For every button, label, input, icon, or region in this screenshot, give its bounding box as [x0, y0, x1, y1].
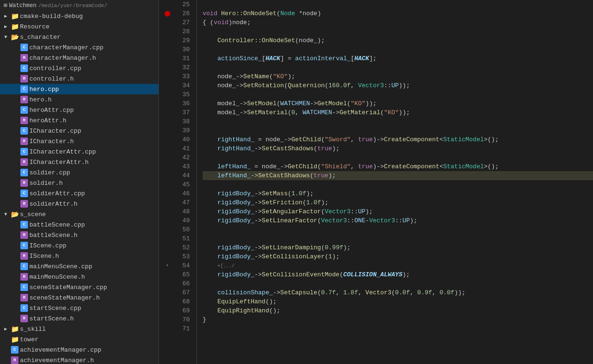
code-line: }	[203, 315, 593, 324]
tree-item-startScene-cpp[interactable]: C startScene.cpp	[0, 303, 158, 313]
tree-item-soldierAttr-cpp[interactable]: C soldierAttr.cpp	[0, 188, 158, 199]
file-icon-h: H	[20, 315, 28, 322]
folder-icon: 📂	[11, 33, 19, 41]
tree-item-soldier-cpp[interactable]: C soldier.cpp	[0, 167, 158, 178]
gutter-line	[159, 252, 176, 261]
expand-icon[interactable]: ▼	[2, 35, 9, 40]
gutter-line	[159, 27, 176, 36]
expand-icon[interactable]: ▶	[2, 326, 9, 332]
line-number: 68	[179, 297, 193, 306]
tree-item-tower[interactable]: 📁 tower	[0, 334, 158, 345]
file-tree-sidebar[interactable]: ⊞ Watchmen /media/yuer/DreamCode/ ▶📁 cma…	[0, 0, 159, 364]
tree-item-characterManager-cpp[interactable]: C characterManager.cpp	[0, 42, 158, 53]
tree-item-soldier-h[interactable]: H soldier.h	[0, 178, 158, 188]
line-number: 36	[179, 99, 193, 108]
tree-item-label: battleScene.cpp	[29, 221, 85, 228]
expand-icon[interactable]: ▼	[2, 212, 9, 217]
code-line: { (void)node;	[203, 18, 593, 27]
tree-item-ICharacter-cpp[interactable]: C ICharacter.cpp	[0, 126, 158, 136]
tree-item-label: ICharacter.h	[29, 138, 74, 145]
tree-item-sceneStateManager-h[interactable]: H sceneStateManager.h	[0, 292, 158, 303]
tree-item-label: battleScene.h	[29, 232, 77, 239]
tree-item-s_scene[interactable]: ▼📂 s_scene	[0, 209, 158, 219]
line-number: 71	[179, 324, 193, 333]
gutter-line	[159, 171, 176, 180]
tree-item-ICharacter-h[interactable]: H ICharacter.h	[0, 136, 158, 146]
code-line: rigidBody_->SetAngularFactor(Vector3::UP…	[203, 207, 593, 216]
tree-item-hero-h[interactable]: H hero.h	[0, 94, 158, 105]
code-line: void Hero::OnNodeSet(Node *node)	[203, 9, 593, 18]
folder-icon: 📁	[11, 23, 19, 30]
tree-item-IScene-cpp[interactable]: C IScene.cpp	[0, 240, 158, 251]
tree-item-label: Resource	[20, 23, 49, 30]
code-line: EquipLeftHand();	[203, 297, 593, 306]
code-line	[203, 180, 593, 189]
tree-item-achievementManager-cpp[interactable]: C achievementManager.cpp	[0, 345, 158, 355]
line-number: 46	[179, 189, 193, 198]
tree-item-battleScene-cpp[interactable]: C battleScene.cpp	[0, 219, 158, 230]
line-number: 41	[179, 144, 193, 153]
gutter-line	[159, 45, 176, 54]
gutter-line	[159, 189, 176, 198]
tree-item-ICharacterAttr-h[interactable]: H ICharacterAttr.h	[0, 157, 158, 167]
tree-item-heroAttr-h[interactable]: H heroAttr.h	[0, 115, 158, 126]
code-line: model_->SetModel(WATCHMEN->GetModel("KO"…	[203, 99, 593, 108]
tree-item-label: hero.cpp	[29, 86, 59, 93]
tree-item-label: s_skill	[20, 326, 46, 333]
tree-item-cmake-build-debug[interactable]: ▶📁 cmake-build-debug	[0, 11, 158, 21]
line-number: 51	[179, 234, 193, 243]
tree-item-label: characterManager.cpp	[29, 44, 103, 51]
tree-item-ICharacterAttr-cpp[interactable]: C ICharacterAttr.cpp	[0, 146, 158, 157]
gutter-line	[159, 153, 176, 162]
gutter-line	[159, 18, 176, 27]
tree-item-label: ICharacter.cpp	[29, 127, 81, 135]
tree-item-soldierAttr-h[interactable]: H soldierAttr.h	[0, 199, 158, 209]
tree-item-IScene-h[interactable]: H IScene.h	[0, 251, 158, 261]
gutter-line	[159, 198, 176, 207]
gutter-line	[159, 288, 176, 297]
file-icon-h: H	[20, 54, 28, 62]
tree-item-mainMenuScene-h[interactable]: H mainMenuScene.h	[0, 272, 158, 282]
file-icon-h: H	[20, 158, 28, 166]
tree-item-characterManager-h[interactable]: H characterManager.h	[0, 53, 158, 63]
code-content[interactable]: void Hero::OnNodeSet(Node *node){ (void)…	[197, 0, 593, 364]
gutter-line	[159, 315, 176, 324]
line-number: 44	[179, 171, 193, 180]
code-line: EquipRightHand();	[203, 306, 593, 315]
tree-item-achievementManager-h[interactable]: H achievementManager.h	[0, 355, 158, 364]
tree-item-label: controller.h	[29, 75, 74, 82]
tree-item-mainMenuScene-cpp[interactable]: C mainMenuScene.cpp	[0, 261, 158, 272]
code-line: Controller::OnNodeSet(node_);	[203, 36, 593, 45]
file-icon-cpp: C	[20, 169, 28, 176]
tree-item-label: sceneStateManager.cpp	[29, 284, 107, 291]
file-icon-cpp: C	[20, 242, 28, 249]
gutter-line	[159, 234, 176, 243]
file-icon-cpp: C	[20, 127, 28, 135]
code-line: rightHand_->SetCastShadows(true);	[203, 144, 593, 153]
tree-item-startScene-h[interactable]: H startScene.h	[0, 313, 158, 324]
tree-item-label: achievementManager.cpp	[20, 346, 102, 354]
tree-item-hero-cpp[interactable]: C hero.cpp	[0, 84, 158, 94]
expand-icon[interactable]: ▶	[2, 13, 9, 19]
tree-item-s_character[interactable]: ▼📂 s_character	[0, 32, 158, 42]
expand-icon[interactable]: ▶	[2, 24, 9, 29]
project-path: /media/yuer/DreamCode/	[38, 3, 107, 9]
sidebar-header: ⊞ Watchmen /media/yuer/DreamCode/	[0, 0, 158, 11]
gutter-line: +	[159, 261, 176, 270]
code-line: collisionShape_->SetCapsule(0.7f, 1.8f, …	[203, 288, 593, 297]
tree-item-label: heroAttr.cpp	[29, 107, 74, 114]
gutter-line	[159, 63, 176, 72]
tree-item-s_skill[interactable]: ▶📁 s_skill	[0, 324, 158, 334]
tree-item-resource[interactable]: ▶📁 Resource	[0, 21, 158, 32]
line-number: 35	[179, 90, 193, 99]
code-line: rigidBody_->SetLinearFactor(Vector3::ONE…	[203, 216, 593, 225]
fold-icon[interactable]: +	[166, 261, 169, 270]
tree-item-heroAttr-cpp[interactable]: C heroAttr.cpp	[0, 105, 158, 115]
tree-item-battleScene-h[interactable]: H battleScene.h	[0, 230, 158, 240]
tree-item-controller-h[interactable]: H controller.h	[0, 73, 158, 84]
tree-item-controller-cpp[interactable]: C controller.cpp	[0, 63, 158, 73]
line-number: 28	[179, 27, 193, 36]
gutter-line	[159, 144, 176, 153]
file-icon-cpp: C	[20, 263, 28, 270]
tree-item-sceneStateManager-cpp[interactable]: C sceneStateManager.cpp	[0, 282, 158, 292]
